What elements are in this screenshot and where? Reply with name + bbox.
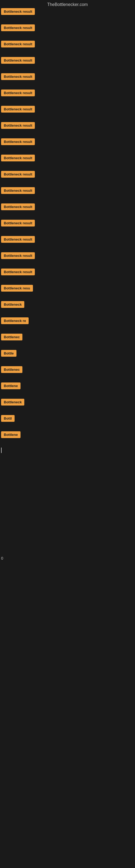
bottleneck-badge[interactable]: Bottlene <box>1 431 20 438</box>
list-item: Bottleneck result <box>1 204 35 211</box>
small-char: 0 <box>1 556 3 560</box>
bottleneck-badge[interactable]: Bottleneck result <box>1 252 35 259</box>
site-title: TheBottlenecker.com <box>0 0 135 9</box>
list-item: Bottleneck result <box>1 220 35 227</box>
bottleneck-badge[interactable]: Bottleneck result <box>1 24 35 31</box>
bottleneck-badge[interactable]: Bottleneck result <box>1 269 35 275</box>
cursor <box>1 447 2 453</box>
bottleneck-badge[interactable]: Bottleneck <box>1 301 24 308</box>
list-item: Bottleneck resu <box>1 285 33 293</box>
list-item: Bottlene <box>1 382 20 390</box>
bottleneck-badge[interactable]: Bottleneck resu <box>1 285 33 291</box>
bottleneck-badge[interactable]: Bottlene <box>1 382 20 389</box>
bottleneck-badge[interactable]: Bottleneck result <box>1 90 35 96</box>
bottleneck-badge[interactable]: Bottleneck result <box>1 8 35 15</box>
list-item: Bottleneck result <box>1 138 35 146</box>
list-item: Bottleneck result <box>1 57 35 65</box>
bottleneck-badge[interactable]: Bottleneck result <box>1 171 35 178</box>
bottleneck-badge[interactable]: Bottleneck result <box>1 73 35 80</box>
bottleneck-badge[interactable]: Bottle <box>1 350 16 357</box>
list-item: Bottleneck result <box>1 236 35 244</box>
list-item: Bottleneck result <box>1 122 35 130</box>
list-item: Bottleneck result <box>1 187 35 195</box>
bottleneck-badge[interactable]: Bottleneck result <box>1 220 35 226</box>
bottleneck-badge[interactable]: Bottleneck <box>1 399 24 405</box>
list-item: Bottleneck result <box>1 73 35 81</box>
bottleneck-badge[interactable]: Bottlenec <box>1 366 22 373</box>
list-item: Bottleneck re <box>1 317 29 325</box>
bottleneck-badge[interactable]: Bottleneck result <box>1 57 35 64</box>
bottleneck-badge[interactable]: Bottleneck result <box>1 138 35 145</box>
bottleneck-badge[interactable]: Bottl <box>1 415 14 422</box>
bottleneck-badge[interactable]: Bottleneck result <box>1 187 35 194</box>
list-item: Bottlenec <box>1 366 22 374</box>
bottleneck-badge[interactable]: Bottleneck result <box>1 204 35 210</box>
list-item: Bottleneck result <box>1 24 35 32</box>
list-item: Bottlenec <box>1 334 22 341</box>
list-item: Bottleneck <box>1 301 24 309</box>
list-item: Bottleneck result <box>1 90 35 97</box>
list-item: Bottleneck result <box>1 41 35 49</box>
list-item: Bottleneck result <box>1 269 35 276</box>
list-item: Bottle <box>1 350 16 358</box>
bottleneck-badge[interactable]: Bottleneck result <box>1 106 35 113</box>
bottleneck-badge[interactable]: Bottleneck re <box>1 317 29 324</box>
bottleneck-badge[interactable]: Bottleneck result <box>1 236 35 243</box>
bottleneck-badge[interactable]: Bottleneck result <box>1 155 35 161</box>
list-item: Bottleneck result <box>1 171 35 179</box>
bottleneck-badge[interactable]: Bottleneck result <box>1 41 35 48</box>
list-item: Bottlene <box>1 431 20 439</box>
list-item: Bottleneck result <box>1 252 35 260</box>
bottleneck-badge[interactable]: Bottlenec <box>1 334 22 340</box>
list-item: Bottleneck result <box>1 8 35 16</box>
list-item: Bottl <box>1 415 14 423</box>
list-item: Bottleneck result <box>1 155 35 162</box>
list-item: Bottleneck <box>1 399 24 407</box>
list-item: Bottleneck result <box>1 106 35 114</box>
bottleneck-badge[interactable]: Bottleneck result <box>1 122 35 129</box>
